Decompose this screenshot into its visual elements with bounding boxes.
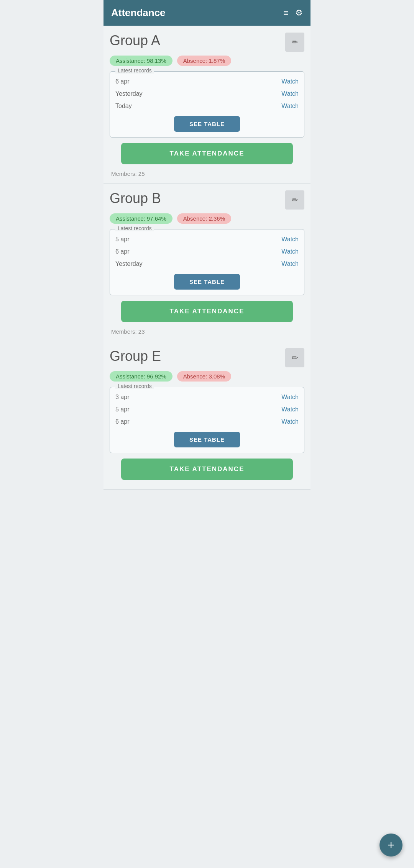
watch-link-1-2[interactable]: Watch [281, 260, 299, 267]
record-row-0-0: 6 aprWatch [115, 75, 299, 88]
group-name-0: Group A [110, 33, 160, 49]
record-date-1-2: Yesterday [115, 260, 143, 267]
record-row-1-2: YesterdayWatch [115, 258, 299, 270]
group-card-2: Group E✏Assistance: 96.92%Absence: 3.08%… [104, 341, 310, 490]
filter-icon[interactable]: ≡ [283, 8, 288, 18]
see-table-button-0[interactable]: SEE TABLE [174, 116, 240, 132]
records-label-1: Latest records [115, 225, 154, 231]
edit-group-button-0[interactable]: ✏ [285, 33, 304, 52]
badges-2: Assistance: 96.92%Absence: 3.08% [110, 371, 304, 382]
see-table-button-2[interactable]: SEE TABLE [174, 432, 240, 447]
group-name-1: Group B [110, 190, 161, 206]
record-date-0-1: Yesterday [115, 90, 143, 97]
absence-badge-0: Absence: 1.87% [177, 56, 231, 66]
records-box-1: Latest records5 aprWatch6 aprWatchYester… [110, 229, 304, 295]
record-row-2-2: 6 aprWatch [115, 416, 299, 428]
take-attendance-button-1[interactable]: TAKE ATTENDANCE [121, 301, 292, 322]
record-row-1-1: 6 aprWatch [115, 246, 299, 258]
absence-badge-2: Absence: 3.08% [177, 371, 231, 382]
record-row-1-0: 5 aprWatch [115, 233, 299, 246]
records-label-2: Latest records [115, 383, 154, 389]
group-name-2: Group E [110, 348, 161, 364]
watch-link-1-0[interactable]: Watch [281, 236, 299, 243]
absence-badge-1: Absence: 2.36% [177, 213, 231, 224]
assistance-badge-0: Assistance: 98.13% [110, 56, 172, 66]
record-row-0-2: TodayWatch [115, 100, 299, 112]
record-date-1-0: 5 apr [115, 236, 129, 243]
settings-icon[interactable]: ⚙ [295, 8, 303, 18]
groups-container: Group A✏Assistance: 98.13%Absence: 1.87%… [104, 26, 310, 490]
watch-link-2-2[interactable]: Watch [281, 418, 299, 425]
records-box-0: Latest records6 aprWatchYesterdayWatchTo… [110, 71, 304, 138]
see-table-button-1[interactable]: SEE TABLE [174, 274, 240, 290]
record-date-0-2: Today [115, 103, 132, 110]
assistance-badge-2: Assistance: 96.92% [110, 371, 172, 382]
group-header-0: Group A✏ [110, 33, 304, 52]
badges-1: Assistance: 97.64%Absence: 2.36% [110, 213, 304, 224]
record-date-2-2: 6 apr [115, 418, 129, 425]
record-date-2-1: 5 apr [115, 406, 129, 413]
header-actions: ≡ ⚙ [283, 8, 303, 18]
members-count-1: Members: 23 [110, 326, 304, 336]
badges-0: Assistance: 98.13%Absence: 1.87% [110, 56, 304, 66]
watch-link-0-0[interactable]: Watch [281, 78, 299, 85]
record-date-2-0: 3 apr [115, 394, 129, 401]
record-date-1-1: 6 apr [115, 248, 129, 255]
watch-link-1-1[interactable]: Watch [281, 248, 299, 255]
members-count-0: Members: 25 [110, 168, 304, 178]
watch-link-2-0[interactable]: Watch [281, 394, 299, 401]
watch-link-2-1[interactable]: Watch [281, 406, 299, 413]
watch-link-0-2[interactable]: Watch [281, 103, 299, 110]
record-row-2-1: 5 aprWatch [115, 403, 299, 416]
group-card-0: Group A✏Assistance: 98.13%Absence: 1.87%… [104, 26, 310, 183]
records-box-2: Latest records3 aprWatch5 aprWatch6 aprW… [110, 387, 304, 453]
record-date-0-0: 6 apr [115, 78, 129, 85]
watch-link-0-1[interactable]: Watch [281, 90, 299, 97]
group-header-1: Group B✏ [110, 190, 304, 210]
record-row-2-0: 3 aprWatch [115, 391, 299, 403]
header-title: Attendance [111, 7, 166, 19]
header: Attendance ≡ ⚙ [104, 0, 310, 26]
edit-group-button-2[interactable]: ✏ [285, 348, 304, 367]
group-card-1: Group B✏Assistance: 97.64%Absence: 2.36%… [104, 183, 310, 341]
assistance-badge-1: Assistance: 97.64% [110, 213, 172, 224]
record-row-0-1: YesterdayWatch [115, 88, 299, 100]
records-label-0: Latest records [115, 67, 154, 74]
group-header-2: Group E✏ [110, 348, 304, 367]
take-attendance-button-2[interactable]: TAKE ATTENDANCE [121, 459, 292, 480]
take-attendance-button-0[interactable]: TAKE ATTENDANCE [121, 143, 292, 164]
edit-group-button-1[interactable]: ✏ [285, 190, 304, 210]
